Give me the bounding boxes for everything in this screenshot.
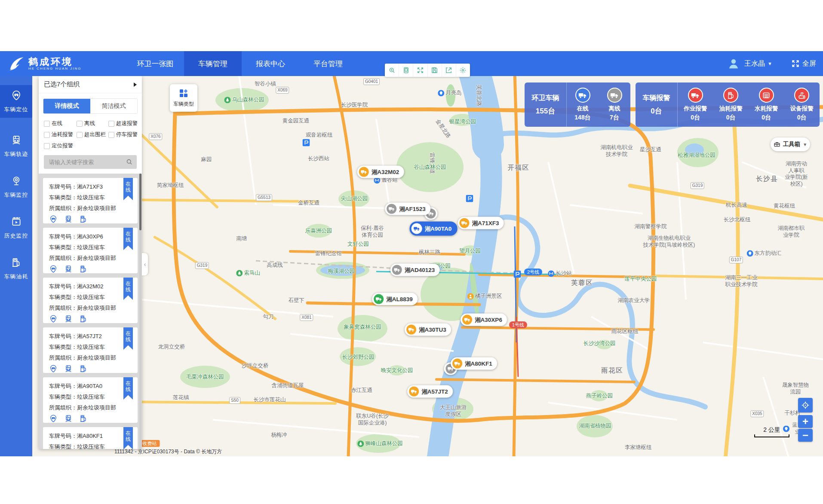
filter-option[interactable]: 超速报警 [108,120,142,127]
user-name[interactable]: 王水晶 [744,59,765,68]
fullscreen-button[interactable]: 全屏 [791,59,816,68]
vehicle-card[interactable]: 车牌号码：湘A57JT2车辆类型：垃圾压缩车所属组织：厨余垃圾项目部在线 [43,327,138,373]
fuel-vehicle-icon[interactable] [79,265,88,273]
sidebar-item-4[interactable]: 历史监控 [0,208,32,248]
filter-option[interactable]: 在线 [44,120,77,127]
checkbox-icon[interactable] [108,121,114,127]
vehicle-card[interactable]: 车牌号码：湘A30XP6车辆类型：垃圾压缩车所属组织：厨余垃圾项目部在线 [43,228,138,273]
filter-option[interactable]: 离线 [77,120,108,127]
filter-option[interactable]: 油耗报警 [44,131,77,138]
locate-vehicle-icon[interactable] [49,414,58,423]
map-label-text: 乌山森林公园 [232,97,264,104]
fuel-vehicle-icon[interactable] [79,215,88,223]
panel-collapse-handle[interactable]: ‹ [142,253,148,275]
vehicle-marker[interactable]: 湘A71XF3 [458,217,504,229]
org-selector[interactable]: 已选7个组织 [39,76,142,93]
map-label: 长沙西站 [308,156,329,162]
user-avatar[interactable] [727,57,740,70]
map-tool-settings[interactable] [456,64,470,77]
zoom-in-button[interactable]: + [798,415,813,428]
locate-vehicle-icon[interactable] [49,265,58,273]
map-label: 乌山森林公园 [224,97,264,104]
map-tool-save[interactable] [427,64,442,77]
field-label: 车辆类型： [49,194,77,201]
nav-item-3[interactable]: 报表中心 [242,51,299,76]
fuel-vehicle-icon[interactable] [79,414,88,423]
sidebar-item-5[interactable]: 车辆油耗 [0,248,32,289]
map-label-text: S50 [229,397,240,404]
track-vehicle-icon[interactable] [64,315,73,323]
sidebar-item-3[interactable]: 车辆监控 [0,167,32,208]
nav-item-2[interactable]: 车辆管理 [184,51,242,76]
filter-option[interactable]: 定位报警 [44,142,77,150]
map-label-text: 智谷小镇 [255,81,276,88]
vehicle-type-button[interactable]: 车辆类型 [170,84,197,112]
map-tool-export[interactable] [442,64,456,77]
locate-button[interactable] [798,398,813,412]
map-canvas[interactable]: 智谷小镇乌山森林公园长沙医学院黄金园互通月亮岛银星湾公园金星北路芙蓉北路观音岩枢… [32,76,823,456]
nav-item-1[interactable]: 环卫一张图 [126,51,184,76]
vehicle-marker[interactable]: 湘AF1523 [385,203,430,215]
panel-scrollbar[interactable] [139,174,141,449]
map-label: 湖南省植物园 [579,423,611,430]
map-tool-zoom-search[interactable] [385,64,399,77]
vehicle-plate-value: 湘A80KF1 [77,433,103,439]
scrollbar-thumb[interactable] [139,174,141,230]
filter-option[interactable]: 超出围栏 [77,131,108,138]
locate-vehicle-icon[interactable] [49,215,58,223]
vehicle-marker[interactable]: 湘AL8839 [372,293,418,305]
toolbox-button[interactable]: 工具箱 ▼ [771,137,810,151]
vehicle-org-line: 所属组织：厨余垃圾项目部 [49,402,132,413]
checkbox-icon[interactable] [44,143,50,149]
vehicle-marker[interactable]: 湘A30XP6 [461,314,507,326]
vehicle-marker[interactable]: 湘AD40123 [390,264,440,276]
track-vehicle-icon[interactable] [64,414,73,423]
track-vehicle-icon[interactable] [64,364,73,373]
vehicle-marker[interactable]: 湘A90TA0 [410,222,458,236]
expand-right-icon[interactable] [134,82,137,87]
track-vehicle-icon[interactable] [64,215,73,223]
checkbox-icon[interactable] [108,132,114,138]
vehicle-card[interactable]: 车牌号码：湘A90TA0车辆类型：垃圾压缩车所属组织：厨余垃圾项目部在线 [43,377,138,423]
tab-detail-mode[interactable]: 详情模式 [43,99,90,113]
search-input[interactable] [44,155,137,169]
search-icon[interactable] [126,158,133,167]
sidebar-item-2[interactable]: 车辆轨迹 [0,126,32,167]
map-label-text: 石壁下 [288,297,304,304]
map-tool-expand[interactable] [413,64,427,77]
map-label: 大王山旅游 度假区 [440,404,467,418]
checkbox-icon[interactable] [77,132,83,138]
vehicle-marker[interactable]: 湘A32M02 [357,166,404,178]
checkbox-icon[interactable] [77,121,83,127]
sidebar-item-1[interactable]: 车辆定位 [0,85,32,118]
vehicle-marker[interactable]: 湘A57JT2 [407,385,453,398]
vehicle-card[interactable]: 车牌号码：湘A32M02车辆类型：垃圾压缩车所属组织：厨余垃圾项目部在线 [43,278,138,323]
map-label: 开福区 [508,164,530,172]
map-label: 乐喜洲公园 [305,228,332,235]
filter-option[interactable]: 停车报警 [108,131,142,138]
map-label-text: 龙洞立交桥 [158,344,185,351]
locate-vehicle-icon[interactable] [49,364,58,373]
nav-item-4[interactable]: 平台管理 [299,51,357,76]
fuel-vehicle-icon[interactable] [79,364,88,373]
vehicle-type-line: 车辆类型：垃圾压缩车 [49,242,132,253]
vehicle-card[interactable]: 车牌号码：湘A71XF3车辆类型：垃圾压缩车所属组织：厨余垃圾项目部在线 [43,178,138,223]
vehicle-card[interactable]: 车牌号码：湘A80KF1车辆类型：垃圾压缩车所属组织：厨余垃圾项目部在线 [43,427,138,449]
map-label-text: 勾刀 [263,314,274,321]
locate-vehicle-icon[interactable] [49,315,58,323]
grid-icon [178,88,189,98]
map-label: 杭长高速 [726,202,747,209]
checkbox-icon[interactable] [44,132,50,138]
truck-icon [462,315,472,325]
map-tool-frame[interactable] [399,64,413,77]
vehicle-card-actions [49,364,132,373]
vehicle-marker[interactable]: 湘A80KF1 [451,357,497,370]
track-vehicle-icon[interactable] [64,265,73,273]
map-label: X035 [750,410,764,417]
tab-simple-mode[interactable]: 简洁模式 [90,99,137,113]
checkbox-icon[interactable] [44,121,50,127]
zoom-out-button[interactable]: − [798,429,813,442]
chevron-down-icon[interactable]: ▼ [768,61,772,66]
vehicle-marker[interactable]: 湘A30TU3 [405,324,451,336]
fuel-vehicle-icon[interactable] [79,315,88,323]
